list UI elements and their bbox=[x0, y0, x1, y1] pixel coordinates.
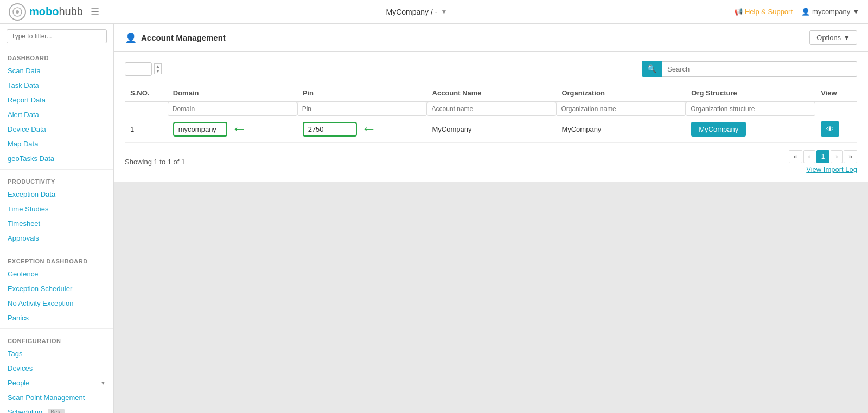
section-configuration: CONFIGURATION bbox=[0, 332, 113, 346]
sidebar-item-scan-point-management[interactable]: Scan Point Management bbox=[0, 390, 113, 405]
logo-text: mobohubb bbox=[29, 5, 83, 18]
cell-account-name: MyCompany bbox=[427, 116, 557, 143]
col-pin: Pin bbox=[297, 85, 427, 102]
sidebar-item-no-activity-exception[interactable]: No Activity Exception bbox=[0, 296, 113, 311]
section-productivity: PRODUCTIVITY bbox=[0, 173, 113, 187]
sidebar-item-tags[interactable]: Tags bbox=[0, 346, 113, 361]
search-bar: 🔍 bbox=[642, 61, 857, 77]
page-last[interactable]: » bbox=[844, 150, 857, 163]
table-controls: 10 ▲▼ 🔍 bbox=[125, 61, 857, 77]
user-menu[interactable]: 👤 mycompany ▼ bbox=[801, 8, 859, 16]
pin-arrow: ← bbox=[361, 120, 376, 138]
filter-org-structure[interactable] bbox=[686, 102, 815, 116]
search-input[interactable] bbox=[662, 61, 857, 77]
domain-value: mycompany bbox=[173, 122, 227, 137]
page-title: Account Management bbox=[141, 33, 226, 42]
sidebar-item-scan-data[interactable]: Scan Data bbox=[0, 63, 113, 78]
sidebar-item-devices[interactable]: Devices bbox=[0, 361, 113, 376]
sidebar-item-device-data[interactable]: Device Data bbox=[0, 122, 113, 137]
cell-org-structure: MyCompany bbox=[686, 116, 815, 143]
cell-pin: 2750 ← bbox=[297, 116, 427, 143]
pin-value: 2750 bbox=[303, 122, 357, 137]
col-organization: Organization bbox=[556, 85, 686, 102]
sidebar-item-approvals[interactable]: Approvals bbox=[0, 231, 113, 246]
cell-organization: MyCompany bbox=[556, 116, 686, 143]
cell-view: 👁 bbox=[815, 116, 857, 143]
help-support-link[interactable]: 📢 Help & Support bbox=[734, 8, 793, 16]
table-row: 1 mycompany ← 2750 ← bbox=[125, 116, 857, 143]
hamburger-menu[interactable]: ☰ bbox=[91, 6, 99, 18]
topnav-right: 📢 Help & Support 👤 mycompany ▼ bbox=[734, 8, 859, 16]
page-1[interactable]: 1 bbox=[816, 150, 830, 163]
sidebar-filter-input[interactable] bbox=[7, 29, 107, 43]
page-size-input[interactable]: 10 bbox=[125, 62, 152, 76]
page-prev[interactable]: ‹ bbox=[803, 150, 815, 163]
col-sno: S.NO. bbox=[125, 85, 168, 102]
sidebar: DASHBOARD Scan Data Task Data Report Dat… bbox=[0, 24, 114, 413]
page-size-selector: 10 ▲▼ bbox=[125, 62, 162, 76]
filter-account-name[interactable] bbox=[427, 102, 557, 116]
sidebar-item-people[interactable]: People ▼ bbox=[0, 376, 113, 390]
options-button[interactable]: Options ▼ bbox=[809, 30, 857, 45]
data-table: S.NO. Domain Pin Account Name Organizati… bbox=[125, 85, 857, 143]
user-icon: 👤 bbox=[801, 8, 810, 16]
company-selector[interactable]: MyCompany / - ▼ bbox=[386, 8, 448, 16]
filter-organization[interactable] bbox=[556, 102, 686, 116]
col-org-structure: Org Structure bbox=[686, 85, 815, 102]
col-account-name: Account Name bbox=[427, 85, 557, 102]
sidebar-item-exception-data[interactable]: Exception Data bbox=[0, 187, 113, 202]
top-navigation: mobohubb ☰ MyCompany / - ▼ 📢 Help & Supp… bbox=[0, 0, 868, 24]
topnav-left: mobohubb ☰ bbox=[9, 3, 99, 21]
sidebar-item-geofence[interactable]: Geofence bbox=[0, 267, 113, 281]
domain-arrow: ← bbox=[232, 120, 247, 138]
people-dropdown-arrow: ▼ bbox=[100, 380, 106, 386]
company-dropdown-arrow: ▼ bbox=[441, 8, 447, 16]
main-layout: DASHBOARD Scan Data Task Data Report Dat… bbox=[0, 24, 868, 413]
sidebar-item-map-data[interactable]: Map Data bbox=[0, 137, 113, 151]
org-structure-button[interactable]: MyCompany bbox=[691, 122, 746, 137]
sidebar-item-timesheet[interactable]: Timesheet bbox=[0, 216, 113, 231]
page-header-left: 👤 Account Management bbox=[125, 32, 226, 44]
page-size-spinner[interactable]: ▲▼ bbox=[154, 63, 162, 74]
table-area: 10 ▲▼ 🔍 S.NO. Domain Pin Ac bbox=[114, 52, 868, 182]
sidebar-item-exception-scheduler[interactable]: Exception Scheduler bbox=[0, 281, 113, 296]
cell-sno: 1 bbox=[125, 116, 168, 143]
cell-domain: mycompany ← bbox=[168, 116, 297, 143]
logo: mobohubb bbox=[9, 3, 83, 21]
sidebar-divider-1 bbox=[0, 169, 113, 170]
page-header: 👤 Account Management Options ▼ bbox=[114, 24, 868, 52]
filter-domain[interactable] bbox=[168, 102, 297, 116]
user-dropdown-arrow: ▼ bbox=[852, 8, 859, 16]
sidebar-item-report-data[interactable]: Report Data bbox=[0, 93, 113, 107]
section-exception-dashboard: EXCEPTION DASHBOARD bbox=[0, 253, 113, 267]
col-domain: Domain bbox=[168, 85, 297, 102]
page-next[interactable]: › bbox=[831, 150, 843, 163]
filter-pin[interactable] bbox=[297, 102, 427, 116]
logo-icon bbox=[9, 3, 26, 21]
page-first[interactable]: « bbox=[789, 150, 802, 163]
sidebar-item-time-studies[interactable]: Time Studies bbox=[0, 202, 113, 216]
svg-point-1 bbox=[16, 10, 19, 14]
view-button[interactable]: 👁 bbox=[821, 121, 839, 137]
main-content: 👤 Account Management Options ▼ 10 ▲▼ 🔍 bbox=[114, 24, 868, 413]
col-view: View bbox=[815, 85, 857, 102]
megaphone-icon: 📢 bbox=[734, 8, 743, 16]
sidebar-item-geotasks-data[interactable]: geoTasks Data bbox=[0, 151, 113, 166]
table-footer: Showing 1 to 1 of 1 « ‹ 1 › » View Impor… bbox=[125, 150, 857, 173]
view-import-log-link[interactable]: View Import Log bbox=[789, 165, 857, 173]
section-dashboard: DASHBOARD bbox=[0, 49, 113, 63]
sidebar-divider-3 bbox=[0, 328, 113, 329]
search-button[interactable]: 🔍 bbox=[642, 61, 662, 77]
pagination: « ‹ 1 › » bbox=[789, 150, 857, 163]
beta-badge: Beta bbox=[48, 409, 65, 413]
options-dropdown-arrow: ▼ bbox=[843, 34, 850, 42]
account-management-icon: 👤 bbox=[125, 32, 137, 44]
sidebar-divider-2 bbox=[0, 249, 113, 249]
sidebar-item-alert-data[interactable]: Alert Data bbox=[0, 107, 113, 122]
sidebar-item-panics[interactable]: Panics bbox=[0, 311, 113, 325]
sidebar-filter-container bbox=[0, 24, 113, 49]
sidebar-item-scheduling[interactable]: Scheduling Beta bbox=[0, 405, 113, 413]
sidebar-item-task-data[interactable]: Task Data bbox=[0, 78, 113, 93]
showing-text: Showing 1 to 1 of 1 bbox=[125, 158, 185, 166]
